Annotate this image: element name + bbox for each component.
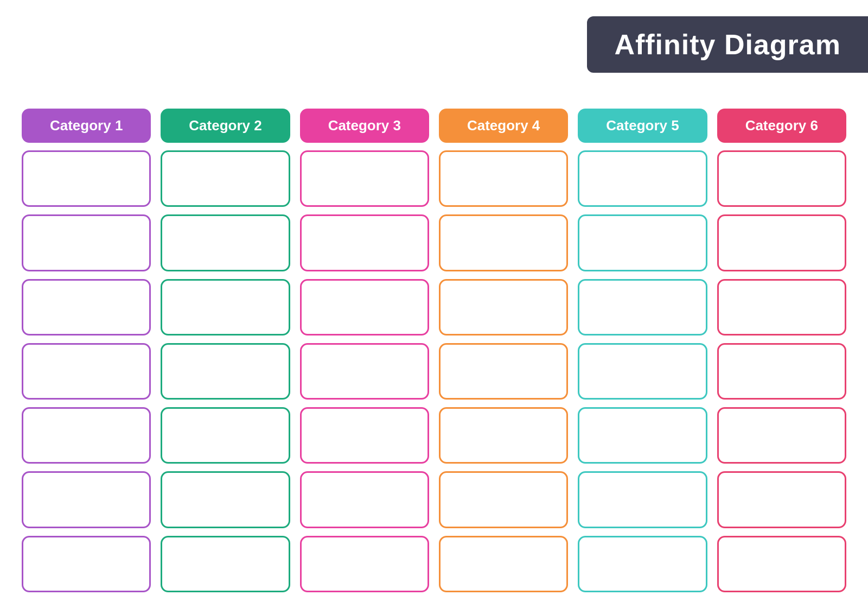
category-header-cat2: Category 2: [161, 109, 290, 143]
card-cat6-5[interactable]: [717, 407, 846, 464]
card-cat5-5[interactable]: [578, 407, 707, 464]
card-cat5-3[interactable]: [578, 279, 707, 336]
card-cat5-1[interactable]: [578, 150, 707, 207]
column-cat4: Category 4: [439, 109, 568, 592]
category-header-cat5: Category 5: [578, 109, 707, 143]
card-cat6-7[interactable]: [717, 536, 846, 592]
category-header-cat4: Category 4: [439, 109, 568, 143]
card-cat1-5[interactable]: [22, 407, 151, 464]
card-cat6-4[interactable]: [717, 343, 846, 400]
card-cat6-3[interactable]: [717, 279, 846, 336]
card-cat2-3[interactable]: [161, 279, 290, 336]
card-cat3-1[interactable]: [300, 150, 429, 207]
card-cat6-2[interactable]: [717, 214, 846, 271]
category-label-cat6: Category 6: [745, 117, 818, 134]
card-cat4-6[interactable]: [439, 471, 568, 528]
card-cat1-3[interactable]: [22, 279, 151, 336]
card-cat5-2[interactable]: [578, 214, 707, 271]
column-cat2: Category 2: [161, 109, 290, 592]
card-cat2-1[interactable]: [161, 150, 290, 207]
card-cat4-4[interactable]: [439, 343, 568, 400]
card-cat2-7[interactable]: [161, 536, 290, 592]
card-cat4-5[interactable]: [439, 407, 568, 464]
category-label-cat1: Category 1: [50, 117, 123, 134]
card-cat4-7[interactable]: [439, 536, 568, 592]
category-label-cat4: Category 4: [467, 117, 540, 134]
card-cat3-5[interactable]: [300, 407, 429, 464]
card-cat5-4[interactable]: [578, 343, 707, 400]
card-cat3-2[interactable]: [300, 214, 429, 271]
card-cat1-4[interactable]: [22, 343, 151, 400]
category-label-cat2: Category 2: [189, 117, 261, 134]
card-cat5-7[interactable]: [578, 536, 707, 592]
card-cat2-2[interactable]: [161, 214, 290, 271]
card-cat1-2[interactable]: [22, 214, 151, 271]
category-label-cat3: Category 3: [328, 117, 401, 134]
card-cat1-1[interactable]: [22, 150, 151, 207]
card-cat3-3[interactable]: [300, 279, 429, 336]
column-cat5: Category 5: [578, 109, 707, 592]
card-cat2-4[interactable]: [161, 343, 290, 400]
card-cat6-1[interactable]: [717, 150, 846, 207]
column-cat3: Category 3: [300, 109, 429, 592]
card-cat4-3[interactable]: [439, 279, 568, 336]
card-cat3-4[interactable]: [300, 343, 429, 400]
card-cat6-6[interactable]: [717, 471, 846, 528]
title-banner: Affinity Diagram: [587, 16, 868, 73]
category-header-cat3: Category 3: [300, 109, 429, 143]
column-cat6: Category 6: [717, 109, 846, 592]
card-cat2-5[interactable]: [161, 407, 290, 464]
card-cat5-6[interactable]: [578, 471, 707, 528]
card-cat4-1[interactable]: [439, 150, 568, 207]
card-cat3-7[interactable]: [300, 536, 429, 592]
diagram-container: Category 1Category 2Category 3Category 4…: [22, 109, 846, 592]
page-title: Affinity Diagram: [614, 28, 841, 61]
column-cat1: Category 1: [22, 109, 151, 592]
card-cat3-6[interactable]: [300, 471, 429, 528]
card-cat4-2[interactable]: [439, 214, 568, 271]
category-header-cat1: Category 1: [22, 109, 151, 143]
category-label-cat5: Category 5: [606, 117, 679, 134]
category-header-cat6: Category 6: [717, 109, 846, 143]
card-cat1-6[interactable]: [22, 471, 151, 528]
card-cat1-7[interactable]: [22, 536, 151, 592]
card-cat2-6[interactable]: [161, 471, 290, 528]
